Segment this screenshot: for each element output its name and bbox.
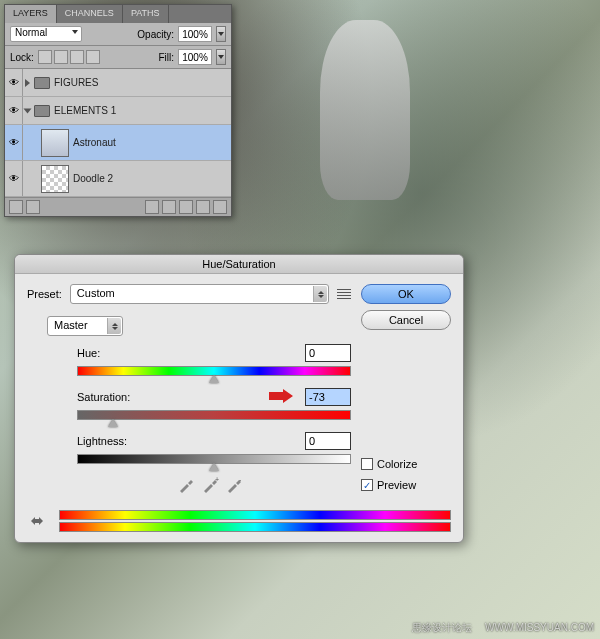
tab-channels[interactable]: CHANNELS bbox=[57, 5, 123, 23]
hue-input[interactable] bbox=[305, 344, 351, 362]
slider-thumb[interactable] bbox=[209, 463, 219, 471]
fill-dropdown[interactable] bbox=[216, 49, 226, 65]
edit-channel-select[interactable]: Master bbox=[47, 316, 123, 336]
scrubby-icon[interactable] bbox=[27, 513, 47, 529]
link-layers-icon[interactable] bbox=[9, 200, 23, 214]
layer-label: FIGURES bbox=[54, 77, 98, 88]
cancel-button[interactable]: Cancel bbox=[361, 310, 451, 330]
layer-thumbnail[interactable] bbox=[41, 129, 69, 157]
dialog-title: Hue/Saturation bbox=[15, 255, 463, 274]
saturation-control: Saturation: bbox=[77, 388, 351, 420]
adjustment-layer-icon[interactable] bbox=[162, 200, 176, 214]
lock-position-icon[interactable] bbox=[70, 50, 84, 64]
folder-icon bbox=[34, 105, 50, 117]
opacity-label: Opacity: bbox=[137, 29, 174, 40]
chevron-updown-icon bbox=[107, 318, 121, 334]
lock-label: Lock: bbox=[10, 52, 34, 63]
ok-button[interactable]: OK bbox=[361, 284, 451, 304]
lightness-label: Lightness: bbox=[77, 435, 127, 447]
lightness-control: Lightness: bbox=[77, 432, 351, 464]
opacity-dropdown[interactable] bbox=[216, 26, 226, 42]
hue-control: Hue: bbox=[77, 344, 351, 376]
colorize-checkbox[interactable]: Colorize bbox=[361, 458, 451, 470]
chevron-updown-icon bbox=[313, 286, 327, 302]
layers-footer bbox=[5, 197, 231, 216]
spectrum-bar-bottom[interactable] bbox=[59, 522, 451, 532]
panel-tabs: LAYERS CHANNELS PATHS bbox=[5, 5, 231, 23]
background-astronaut bbox=[320, 20, 410, 200]
saturation-input[interactable] bbox=[305, 388, 351, 406]
visibility-icon[interactable] bbox=[9, 77, 19, 88]
svg-text:-: - bbox=[239, 476, 242, 483]
lock-image-icon[interactable] bbox=[54, 50, 68, 64]
checkbox-icon: ✓ bbox=[361, 479, 373, 491]
hue-slider[interactable] bbox=[77, 366, 351, 376]
saturation-label: Saturation: bbox=[77, 391, 130, 403]
hue-label: Hue: bbox=[77, 347, 100, 359]
tab-paths[interactable]: PATHS bbox=[123, 5, 169, 23]
checkbox-icon bbox=[361, 458, 373, 470]
slider-thumb[interactable] bbox=[108, 419, 118, 427]
fill-label: Fill: bbox=[158, 52, 174, 63]
watermark: 思缘设计论坛 WWW.MISSYUAN.COM bbox=[412, 621, 594, 635]
spectrum-bar-top[interactable] bbox=[59, 510, 451, 520]
svg-text:+: + bbox=[215, 476, 219, 483]
collapse-icon[interactable] bbox=[24, 108, 32, 113]
layer-label: Doodle 2 bbox=[73, 173, 113, 184]
new-layer-icon[interactable] bbox=[196, 200, 210, 214]
visibility-icon[interactable] bbox=[9, 105, 19, 116]
lock-all-icon[interactable] bbox=[86, 50, 100, 64]
lightness-slider[interactable] bbox=[77, 454, 351, 464]
lock-transparent-icon[interactable] bbox=[38, 50, 52, 64]
new-group-icon[interactable] bbox=[179, 200, 193, 214]
hue-saturation-dialog: Hue/Saturation Preset: Custom Master Hue… bbox=[14, 254, 464, 543]
saturation-slider[interactable] bbox=[77, 410, 351, 420]
layer-group-figures[interactable]: FIGURES bbox=[5, 69, 231, 97]
layer-astronaut[interactable]: Astronaut bbox=[5, 125, 231, 161]
preset-select[interactable]: Custom bbox=[70, 284, 329, 304]
opacity-input[interactable] bbox=[178, 26, 212, 42]
folder-icon bbox=[34, 77, 50, 89]
eyedropper-icon[interactable] bbox=[177, 476, 195, 494]
layer-mask-icon[interactable] bbox=[145, 200, 159, 214]
layer-thumbnail[interactable] bbox=[41, 165, 69, 193]
tab-layers[interactable]: LAYERS bbox=[5, 5, 57, 23]
layer-tree: FIGURES ELEMENTS 1 Astronaut Doodle 2 bbox=[5, 69, 231, 197]
preset-label: Preset: bbox=[27, 288, 62, 300]
layer-doodle2[interactable]: Doodle 2 bbox=[5, 161, 231, 197]
preview-label: Preview bbox=[377, 479, 416, 491]
lightness-input[interactable] bbox=[305, 432, 351, 450]
eyedropper-add-icon[interactable]: + bbox=[201, 476, 219, 494]
layers-panel: LAYERS CHANNELS PATHS Normal Opacity: Lo… bbox=[4, 4, 232, 217]
blend-mode-select[interactable]: Normal bbox=[10, 26, 82, 42]
eyedropper-subtract-icon[interactable]: - bbox=[225, 476, 243, 494]
slider-thumb[interactable] bbox=[209, 375, 219, 383]
visibility-icon[interactable] bbox=[9, 173, 19, 184]
layer-label: ELEMENTS 1 bbox=[54, 105, 116, 116]
callout-arrow-icon bbox=[269, 389, 293, 403]
colorize-label: Colorize bbox=[377, 458, 417, 470]
preview-checkbox[interactable]: ✓ Preview bbox=[361, 479, 451, 491]
fill-input[interactable] bbox=[178, 49, 212, 65]
layer-style-icon[interactable] bbox=[26, 200, 40, 214]
layer-label: Astronaut bbox=[73, 137, 116, 148]
layer-group-elements[interactable]: ELEMENTS 1 bbox=[5, 97, 231, 125]
preset-menu-icon[interactable] bbox=[337, 289, 351, 299]
visibility-icon[interactable] bbox=[9, 137, 19, 148]
delete-layer-icon[interactable] bbox=[213, 200, 227, 214]
expand-icon[interactable] bbox=[25, 79, 30, 87]
